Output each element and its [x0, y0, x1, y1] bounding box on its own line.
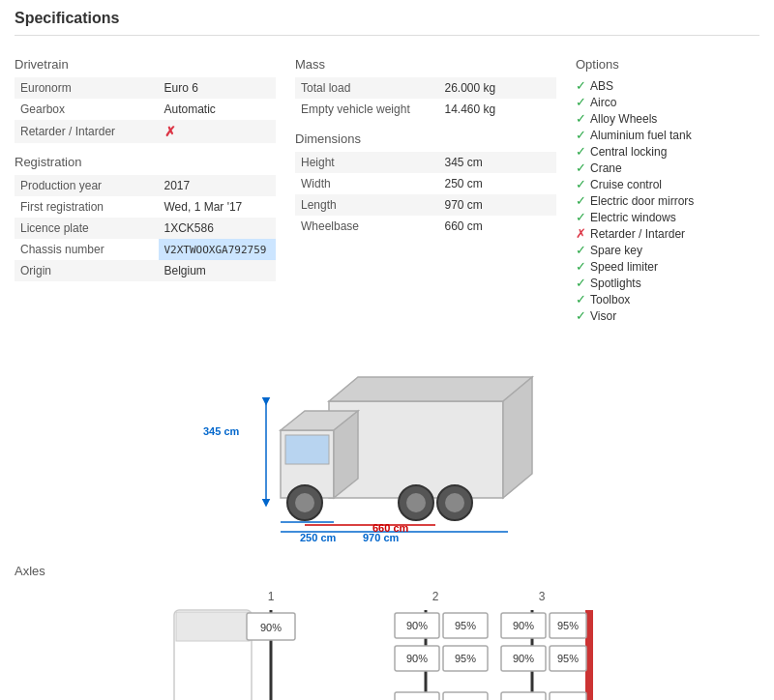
check-icon: ✓	[576, 243, 586, 257]
dimensions-label: Length	[295, 194, 439, 216]
drivetrain-value: ✗	[159, 120, 277, 143]
check-icon: ✓	[576, 128, 586, 142]
dimensions-value: 345 cm	[439, 152, 557, 173]
option-label: Crane	[590, 161, 622, 175]
option-item: ✓Airco	[576, 94, 759, 110]
options-list: ✓ABS✓Airco✓Alloy Wheels✓Aluminium fuel t…	[576, 77, 759, 324]
registration-value: Belgium	[159, 260, 277, 281]
option-label: Central locking	[590, 145, 667, 159]
svg-text:1: 1	[268, 590, 275, 603]
registration-label: Origin	[15, 260, 159, 281]
svg-text:90%: 90%	[260, 622, 282, 633]
svg-text:2: 2	[432, 590, 439, 603]
svg-text:250 cm: 250 cm	[300, 532, 337, 543]
check-icon: ✓	[576, 308, 586, 323]
dimensions-label: Height	[295, 152, 439, 173]
page-title: Specifications	[15, 10, 759, 36]
check-icon: ✓	[576, 160, 586, 175]
option-item: ✓Central locking	[576, 143, 759, 160]
svg-text:90%: 90%	[406, 620, 428, 631]
option-item: ✓Electric door mirrors	[576, 192, 759, 209]
drivetrain-value: Euro 6	[159, 77, 277, 99]
drivetrain-label: Euronorm	[15, 77, 159, 99]
registration-value: 1XCK586	[159, 218, 277, 239]
registration-value: V2XTWOOXGA792759	[159, 239, 277, 260]
svg-point-10	[406, 493, 426, 512]
svg-text:90%: 90%	[406, 653, 428, 664]
dimensions-value: 660 cm	[439, 216, 557, 237]
drivetrain-value: Automatic	[159, 99, 277, 120]
option-label: Cruise control	[590, 178, 662, 191]
option-item: ✓Speed limiter	[576, 258, 759, 275]
svg-text:95%: 95%	[557, 620, 579, 631]
option-label: Toolbox	[590, 293, 630, 306]
check-icon: ✓	[576, 144, 586, 159]
registration-table: Production year2017First registrationWed…	[15, 175, 276, 281]
mass-value: 14.460 kg	[439, 99, 557, 120]
registration-title: Registration	[15, 155, 276, 169]
option-label: Retarder / Intarder	[590, 227, 685, 241]
options-title: Options	[576, 57, 759, 72]
option-item: ✗Retarder / Intarder	[576, 225, 759, 242]
option-item: ✓Spare key	[576, 242, 759, 258]
svg-text:3: 3	[539, 590, 546, 603]
svg-text:95%: 95%	[557, 653, 579, 664]
check-icon: ✓	[576, 111, 586, 126]
option-item: ✓Spotlights	[576, 275, 759, 291]
drivetrain-title: Drivetrain	[15, 57, 276, 72]
dimensions-table: Height345 cmWidth250 cmLength970 cmWheel…	[295, 152, 556, 237]
option-item: ✓Electric windows	[576, 209, 759, 225]
svg-text:90%: 90%	[513, 620, 534, 631]
middle-column: Mass Total load26.000 kgEmpty vehicle we…	[295, 47, 556, 324]
check-icon: ✓	[576, 210, 586, 224]
truck-diagram: 345 cm 250 cm 970 cm 660 cm	[194, 334, 580, 546]
drivetrain-label: Gearbox	[15, 99, 159, 120]
check-icon: ✓	[576, 78, 586, 93]
registration-label: Chassis number	[15, 239, 159, 260]
check-icon: ✓	[576, 259, 586, 274]
option-label: Electric door mirrors	[590, 194, 694, 208]
cross-icon: ✗	[576, 226, 586, 241]
axles-svg: 1 2 3 90% 90%	[145, 586, 629, 700]
svg-text:90%: 90%	[513, 653, 534, 664]
option-label: Spotlights	[590, 277, 641, 290]
axles-diagram-wrapper: 1 2 3 90% 90%	[15, 586, 759, 700]
mass-value: 26.000 kg	[439, 77, 557, 99]
dimensions-value: 250 cm	[439, 173, 557, 194]
drivetrain-label: Retarder / Intarder	[15, 120, 159, 143]
svg-marker-1	[329, 377, 532, 401]
option-label: Alloy Wheels	[590, 112, 657, 126]
axles-section: Axles 1 2 3 90% 90%	[15, 564, 759, 700]
svg-rect-6	[285, 435, 329, 464]
option-item: ✓Alloy Wheels	[576, 110, 759, 127]
truck-svg: 345 cm 250 cm 970 cm 660 cm	[194, 334, 580, 546]
mass-label: Empty vehicle weight	[295, 99, 439, 120]
svg-text:95%: 95%	[455, 653, 476, 664]
check-icon: ✓	[576, 177, 586, 191]
svg-point-12	[445, 493, 464, 512]
check-icon: ✓	[576, 95, 586, 109]
option-label: Airco	[590, 96, 616, 109]
option-item: ✓Toolbox	[576, 291, 759, 307]
registration-label: Production year	[15, 175, 159, 196]
option-label: Speed limiter	[590, 260, 658, 274]
registration-value: Wed, 1 Mar '17	[159, 196, 277, 218]
mass-label: Total load	[295, 77, 439, 99]
drivetrain-table: EuronormEuro 6GearboxAutomaticRetarder /…	[15, 77, 276, 143]
svg-point-8	[295, 493, 314, 512]
right-column: Options ✓ABS✓Airco✓Alloy Wheels✓Aluminiu…	[576, 47, 759, 324]
option-label: Electric windows	[590, 211, 676, 224]
svg-text:95%: 95%	[455, 620, 476, 631]
left-column: Drivetrain EuronormEuro 6GearboxAutomati…	[15, 47, 276, 324]
dimensions-title: Dimensions	[295, 131, 556, 146]
svg-text:660 cm: 660 cm	[372, 522, 409, 534]
option-label: ABS	[590, 79, 613, 93]
option-item: ✓Cruise control	[576, 176, 759, 192]
option-label: Aluminium fuel tank	[590, 129, 692, 142]
registration-label: Licence plate	[15, 218, 159, 239]
option-label: Visor	[590, 309, 616, 323]
svg-text:345 cm: 345 cm	[203, 425, 240, 437]
option-item: ✓Visor	[576, 307, 759, 324]
registration-label: First registration	[15, 196, 159, 218]
check-icon: ✓	[576, 276, 586, 290]
